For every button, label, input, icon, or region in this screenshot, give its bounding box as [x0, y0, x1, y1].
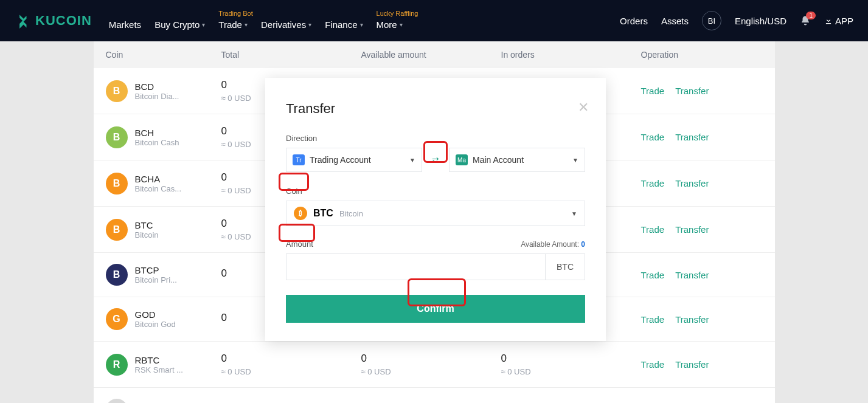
available-sub: ≈ 0 USD [361, 367, 501, 376]
col-header-available: Available amount [361, 50, 501, 60]
nav-finance[interactable]: Finance▾ [325, 12, 363, 30]
available-value: 0 [581, 240, 585, 249]
avatar-initials: BI [708, 16, 715, 26]
transfer-link[interactable]: Transfer [675, 86, 709, 96]
trade-link[interactable]: Trade [641, 224, 665, 235]
close-button[interactable]: ✕ [578, 100, 589, 115]
chevron-down-icon: ▾ [400, 21, 403, 28]
transfer-link[interactable]: Transfer [675, 132, 709, 142]
bitcoin-icon: ₿ [294, 207, 307, 220]
col-header-coin: Coin [106, 50, 221, 60]
trade-link[interactable]: Trade [641, 359, 665, 370]
coin-cell: W WBTC [106, 399, 221, 403]
confirm-button[interactable]: Confirm [286, 295, 585, 323]
notifications-button[interactable]: 1 [800, 15, 811, 26]
coin-symbol: GOD [135, 309, 176, 320]
transfer-link[interactable]: Transfer [675, 359, 709, 370]
transfer-modal: Transfer ✕ Direction Tr Trading Account … [265, 78, 606, 341]
total-cell: 0 ≈ 0 USD [221, 353, 361, 376]
coin-symbol: BCHA [135, 174, 182, 184]
table-header-row: Coin Total Available amount In orders Op… [94, 41, 775, 68]
operations-cell: Trade Transfer [641, 224, 763, 235]
nav-app-download[interactable]: APP [824, 16, 853, 26]
operations-cell: Trade Transfer [641, 86, 763, 96]
chevron-down-icon: ▾ [202, 21, 205, 28]
swap-icon: ⇄ [432, 155, 439, 165]
transfer-link[interactable]: Transfer [675, 314, 709, 325]
available-amount-line: Available Amount: 0 [521, 240, 585, 249]
user-avatar[interactable]: BI [702, 11, 721, 30]
to-account-select[interactable]: Ma Main Account ▼ [449, 148, 585, 172]
nav-label: Buy Crypto [155, 19, 200, 30]
table-row: W WBTC 0 0 0 Trade Transfer [94, 388, 775, 403]
chevron-down-icon: ▼ [571, 210, 577, 217]
coin-icon: W [106, 399, 128, 403]
coin-name: RSK Smart ... [135, 365, 183, 374]
nav-derivatives[interactable]: Derivatives▾ [261, 12, 311, 30]
nav-label: Orders [620, 16, 648, 26]
coin-cell: B BTC Bitcoin [106, 219, 221, 241]
amount-label: Amount [286, 239, 313, 249]
trade-link[interactable]: Trade [641, 314, 665, 325]
nav-markets[interactable]: Markets [109, 12, 141, 30]
nav-trade[interactable]: Trading BotTrade▾ [218, 12, 248, 30]
direction-label: Direction [286, 134, 317, 143]
coin-symbol: BTC [313, 208, 333, 219]
coin-symbol: BCD [135, 81, 179, 92]
transfer-link[interactable]: Transfer [675, 270, 709, 280]
coin-cell: G GOD Bitcoin God [106, 308, 221, 330]
coin-select[interactable]: ₿ BTC Bitcoin ▼ [286, 201, 585, 226]
transfer-link[interactable]: Transfer [675, 178, 709, 188]
transfer-link[interactable]: Transfer [675, 224, 709, 235]
top-nav-bar: KUCOIN Markets Buy Crypto▾ Trading BotTr… [0, 0, 868, 41]
coin-symbol: RBTC [135, 355, 183, 365]
nav-label: Assets [661, 16, 689, 26]
main-nav: Markets Buy Crypto▾ Trading BotTrade▾ De… [109, 12, 403, 30]
nav-language[interactable]: English/USD [735, 16, 786, 26]
trade-link[interactable]: Trade [641, 178, 665, 188]
direction-row: Tr Trading Account ▼ ⇄ Ma Main Account ▼ [286, 148, 585, 172]
amount-input-wrap: BTC [286, 253, 585, 280]
nav-label: English/USD [735, 16, 786, 26]
confirm-label: Confirm [417, 303, 454, 314]
in-orders-sub: ≈ 0 USD [501, 367, 641, 376]
nav-more[interactable]: Lucky RafflingMore▾ [377, 12, 403, 30]
from-account-label: Trading Account [310, 155, 371, 165]
trade-link[interactable]: Trade [641, 270, 665, 280]
from-account-select[interactable]: Tr Trading Account ▼ [286, 148, 422, 172]
nav-label: Trade [218, 19, 242, 30]
coin-symbol: BCH [135, 128, 179, 138]
brand-logo[interactable]: KUCOIN [15, 13, 92, 29]
trade-link[interactable]: Trade [641, 132, 665, 142]
nav-assets[interactable]: Assets [661, 16, 689, 26]
coin-name: Bitcoin Cash [135, 138, 179, 147]
coin-name: Bitcoin Dia... [135, 92, 179, 101]
amount-input[interactable] [286, 254, 545, 280]
nav-orders[interactable]: Orders [620, 16, 648, 26]
in-orders-cell: 0 ≈ 0 USD [501, 353, 641, 376]
nav-superscript: Trading Bot [218, 10, 252, 17]
coin-symbol: BTCP [135, 265, 177, 275]
coin-icon: B [106, 219, 128, 241]
trade-link[interactable]: Trade [641, 86, 665, 96]
coin-cell: B BCD Bitcoin Dia... [106, 80, 221, 102]
nav-label: Derivatives [261, 19, 306, 30]
available-label: Available Amount: [521, 240, 579, 249]
chevron-down-icon: ▾ [245, 21, 248, 28]
nav-label: Finance [325, 19, 357, 30]
chevron-down-icon: ▼ [572, 157, 578, 164]
amount-unit: BTC [545, 254, 585, 280]
coin-name: Bitcoin [135, 230, 159, 239]
operations-cell: Trade Transfer [641, 132, 763, 142]
nav-label: APP [835, 16, 853, 26]
nav-buy-crypto[interactable]: Buy Crypto▾ [155, 12, 205, 30]
col-header-in-orders: In orders [501, 50, 641, 60]
amount-header: Amount Available Amount: 0 [286, 239, 585, 249]
operations-cell: Trade Transfer [641, 270, 763, 280]
coin-icon: R [106, 354, 128, 376]
swap-direction-button[interactable]: ⇄ [422, 148, 449, 172]
coin-symbol: BTC [135, 220, 159, 230]
operations-cell: Trade Transfer [641, 359, 763, 370]
brand-text: KUCOIN [35, 13, 92, 29]
right-nav: Orders Assets BI English/USD 1 APP [620, 11, 853, 30]
